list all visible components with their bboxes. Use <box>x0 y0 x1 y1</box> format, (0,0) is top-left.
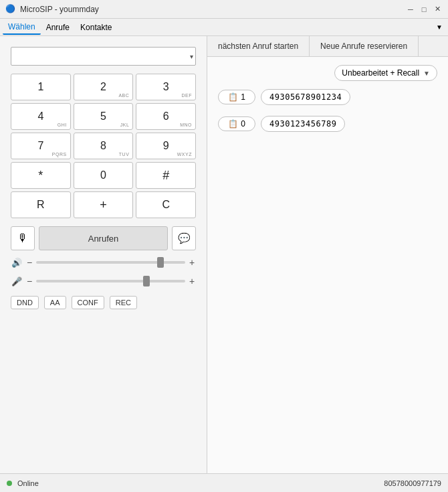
key-2-main: 2 <box>100 81 106 93</box>
key-9-sub: WXYZ <box>177 152 192 157</box>
key-hash[interactable]: # <box>136 162 196 189</box>
status-dropdown-row: Unbearbeitet + Recall ▼ <box>218 65 437 81</box>
call-entry-1: 📋 1 49305678901234 <box>218 86 437 108</box>
speaker-icon: 🔊 <box>11 258 23 268</box>
key-8-main: 8 <box>100 140 106 152</box>
right-panel: nächsten Anruf starten Neue Anrufe reser… <box>207 36 448 473</box>
dialer-panel: ▾ 1 2 ABC 3 DEF 4 GHI 5 JKL <box>0 36 207 473</box>
feature-buttons: DND AA CONF REC <box>11 296 196 309</box>
key-c-main: C <box>162 199 170 211</box>
menu-item-wahlen[interactable]: Wählen <box>3 20 41 35</box>
call-count-badge-1: 📋 1 <box>218 90 255 104</box>
tab-next-call[interactable]: nächsten Anruf starten <box>207 36 310 56</box>
status-dropdown-arrow-icon: ▼ <box>423 70 430 77</box>
microphone-icon: 🎤 <box>11 276 23 286</box>
mic-volume-slider[interactable] <box>36 280 185 282</box>
key-plus[interactable]: + <box>74 191 134 218</box>
minimize-button[interactable]: ─ <box>405 4 416 15</box>
number-input-container: ▾ <box>11 47 196 66</box>
conf-button[interactable]: CONF <box>72 296 104 309</box>
tabs-bar: nächsten Anruf starten Neue Anrufe reser… <box>207 36 448 57</box>
key-c[interactable]: C <box>136 191 196 218</box>
key-6[interactable]: 6 MNO <box>136 103 196 130</box>
title-bar-left: 🔵 MicroSIP - yoummday <box>5 4 99 15</box>
clipboard-icon-1: 📋 <box>228 92 238 102</box>
aa-button[interactable]: AA <box>44 296 66 309</box>
clipboard-icon-2: 📋 <box>228 119 238 129</box>
key-0[interactable]: 0 <box>74 162 134 189</box>
key-7-sub: PQRS <box>52 152 67 157</box>
key-3-main: 3 <box>163 81 169 93</box>
right-content: Unbearbeitet + Recall ▼ 📋 1 493056789012… <box>207 57 448 143</box>
call-count-badge-2: 📋 0 <box>218 116 255 131</box>
key-5-sub: JKL <box>120 122 130 127</box>
number-input[interactable] <box>11 47 196 66</box>
number-input-dropdown-icon[interactable]: ▾ <box>190 53 193 60</box>
status-phone-number: 80578000977179 <box>384 479 441 487</box>
speaker-volume-slider[interactable] <box>36 261 185 264</box>
key-7-main: 7 <box>37 140 43 152</box>
key-3[interactable]: 3 DEF <box>136 74 196 100</box>
key-4-sub: GHI <box>58 122 67 127</box>
restore-button[interactable]: □ <box>419 4 429 15</box>
menu-dropdown-button[interactable]: ▼ <box>433 22 445 32</box>
title-bar-controls: ─ □ ✕ <box>405 4 443 15</box>
key-5-main: 5 <box>100 110 106 122</box>
key-1-main: 1 <box>37 81 43 93</box>
main-content: ▾ 1 2 ABC 3 DEF 4 GHI 5 JKL <box>0 36 448 473</box>
key-r[interactable]: R <box>11 191 71 218</box>
key-star-main: * <box>38 169 43 183</box>
speaker-volume-increase[interactable]: + <box>188 257 196 268</box>
call-entry-2: 📋 0 4930123456789 <box>218 113 437 135</box>
title-bar: 🔵 MicroSIP - yoummday ─ □ ✕ <box>0 0 448 19</box>
rec-button[interactable]: REC <box>110 296 137 309</box>
mic-volume-increase[interactable]: + <box>188 276 196 286</box>
key-4[interactable]: 4 GHI <box>11 103 71 130</box>
key-9[interactable]: 9 WXYZ <box>136 133 196 159</box>
keypad: 1 2 ABC 3 DEF 4 GHI 5 JKL 6 MNO <box>11 74 196 218</box>
mic-volume-row: 🎤 − + <box>11 274 196 288</box>
dnd-button[interactable]: DND <box>11 296 39 309</box>
close-button[interactable]: ✕ <box>432 4 443 15</box>
call-count-1: 1 <box>241 92 245 102</box>
key-8-sub: TUV <box>119 152 130 157</box>
key-6-main: 6 <box>163 110 169 122</box>
key-9-main: 9 <box>163 140 169 152</box>
key-r-main: R <box>37 199 45 211</box>
phone-number-1[interactable]: 49305678901234 <box>261 89 350 105</box>
key-hash-main: # <box>162 169 169 183</box>
status-dropdown[interactable]: Unbearbeitet + Recall ▼ <box>334 65 437 81</box>
key-6-sub: MNO <box>180 122 192 127</box>
speaker-volume-row: 🔊 − + <box>11 256 196 269</box>
key-plus-main: + <box>100 198 107 212</box>
mic-icon: 🎙 <box>17 232 28 244</box>
key-star[interactable]: * <box>11 162 71 189</box>
menu-item-kontakte[interactable]: Kontakte <box>75 21 117 34</box>
call-count-2: 0 <box>241 119 245 129</box>
menu-bar: Wählen Anrufe Kontakte ▼ <box>0 19 448 36</box>
key-1[interactable]: 1 <box>11 74 71 100</box>
tab-reserve-calls[interactable]: Neue Anrufe reservieren <box>310 36 419 56</box>
call-button[interactable]: Anrufen <box>39 226 168 250</box>
chat-button[interactable]: 💬 <box>172 226 196 250</box>
key-5[interactable]: 5 JKL <box>74 103 134 130</box>
key-8[interactable]: 8 TUV <box>74 133 134 159</box>
menu-item-anrufe[interactable]: Anrufe <box>41 21 75 34</box>
speaker-volume-decrease[interactable]: − <box>25 257 33 268</box>
key-4-main: 4 <box>37 110 43 122</box>
status-label: Online <box>17 479 39 487</box>
key-7[interactable]: 7 PQRS <box>11 133 71 159</box>
status-dropdown-label: Unbearbeitet + Recall <box>342 68 419 78</box>
mute-button[interactable]: 🎙 <box>11 226 35 250</box>
chat-icon: 💬 <box>178 232 191 244</box>
key-2-sub: ABC <box>118 93 129 98</box>
mic-volume-decrease[interactable]: − <box>25 276 33 286</box>
app-title: MicroSIP - yoummday <box>20 5 99 14</box>
key-2[interactable]: 2 ABC <box>74 74 134 100</box>
app-icon: 🔵 <box>5 4 16 15</box>
key-0-main: 0 <box>100 169 106 181</box>
call-controls: 🎙 Anrufen 💬 <box>11 226 196 250</box>
phone-number-2[interactable]: 4930123456789 <box>261 116 345 132</box>
status-indicator <box>7 481 12 486</box>
status-bar: Online 80578000977179 <box>0 473 448 492</box>
